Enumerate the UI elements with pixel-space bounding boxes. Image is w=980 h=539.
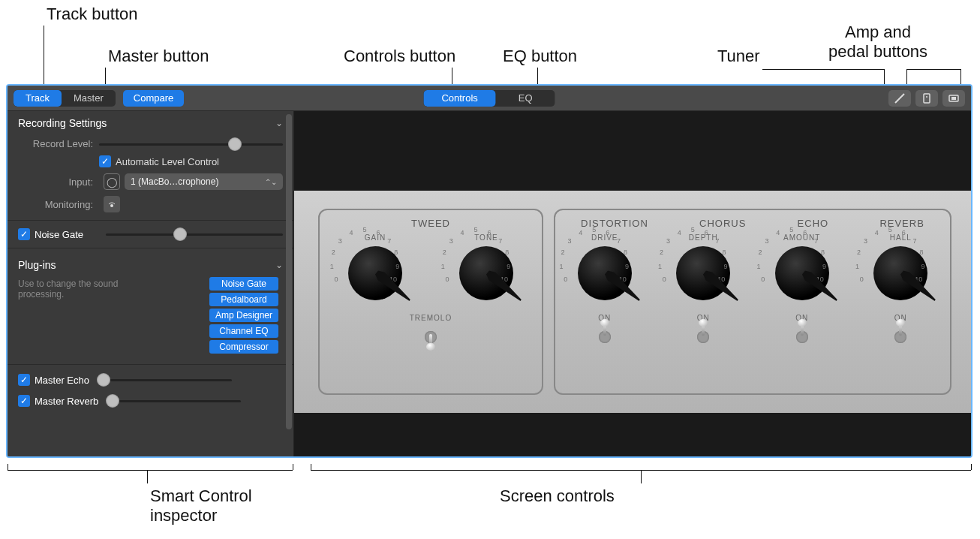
plugins-description: Use to change the sound processing.: [8, 277, 150, 301]
svg-marker-7: [603, 268, 642, 304]
hall-knob[interactable]: 012345678910: [873, 246, 927, 300]
master-echo-label: Master Echo: [35, 375, 89, 386]
callout-master: Master button: [108, 47, 209, 66]
pedal-button[interactable]: [942, 90, 965, 107]
callout-tuner: Tuner: [717, 47, 760, 66]
pedal-icon: [948, 92, 960, 104]
callout-eq: EQ button: [503, 47, 577, 66]
distortion-title: DISTORTION: [581, 218, 648, 229]
record-level-slider[interactable]: [99, 139, 283, 149]
controls-button[interactable]: Controls: [423, 90, 495, 107]
smart-control-inspector: Recording Settings ⌄ Record Level: Autom…: [8, 111, 294, 456]
master-reverb-label: Master Reverb: [35, 396, 98, 407]
svg-rect-0: [924, 94, 930, 103]
drive-knob[interactable]: 012345678910: [578, 246, 632, 300]
input-label: Input:: [18, 176, 99, 188]
tremolo-label: TREMOLO: [410, 314, 452, 322]
master-echo-slider[interactable]: [97, 375, 232, 385]
svg-marker-9: [800, 268, 840, 304]
svg-point-4: [110, 204, 113, 207]
callout-controls: Controls button: [344, 47, 455, 66]
chorus-title: CHORUS: [699, 218, 746, 229]
callout-screen: Screen controls: [500, 486, 615, 506]
smart-controls-window: Track Master Compare Controls EQ: [6, 84, 972, 458]
echo-title: ECHO: [798, 218, 829, 229]
tweed-section: TWEED GAIN 012345678910 TONE 01234567891…: [318, 209, 543, 395]
svg-marker-10: [899, 268, 939, 304]
track-button[interactable]: Track: [14, 90, 62, 107]
toolbar: Track Master Compare Controls EQ: [8, 86, 971, 111]
echo-switch[interactable]: [794, 325, 810, 348]
plugin-amp-designer[interactable]: Amp Designer: [209, 309, 278, 322]
master-reverb-slider[interactable]: [106, 396, 241, 406]
input-select[interactable]: 1 (MacBo…crophone) ⌃⌄: [125, 173, 283, 190]
recording-settings-label: Recording Settings: [18, 117, 107, 129]
plugins-header[interactable]: Plug-ins ⌄: [8, 253, 293, 277]
plugin-pedalboard[interactable]: Pedalboard: [209, 293, 278, 306]
plugins-label: Plug-ins: [18, 259, 56, 271]
master-reverb-checkbox[interactable]: [18, 395, 30, 407]
svg-marker-8: [702, 268, 741, 304]
chevron-down-icon: ⌄: [275, 118, 283, 128]
record-level-label: Record Level:: [18, 138, 99, 149]
input-select-value: 1 (MacBo…crophone): [131, 176, 218, 187]
master-echo-checkbox[interactable]: [18, 374, 30, 386]
amp-icon: [921, 92, 933, 104]
tweed-title: TWEED: [411, 218, 450, 229]
master-button[interactable]: Master: [62, 90, 116, 107]
plugin-compressor[interactable]: Compressor: [209, 340, 278, 354]
plugin-noise-gate[interactable]: Noise Gate: [209, 277, 278, 291]
screen-controls-area: TWEED GAIN 012345678910 TONE 01234567891…: [294, 111, 971, 456]
noise-gate-slider[interactable]: [106, 229, 283, 239]
tremolo-switch[interactable]: [422, 325, 439, 348]
controls-eq-segment: Controls EQ: [423, 90, 555, 107]
fx-section: DISTORTION CHORUS ECHO REVERB DRIVE01234…: [554, 209, 951, 395]
svg-marker-6: [484, 268, 524, 304]
plugin-list: Noise Gate Pedalboard Amp Designer Chann…: [209, 277, 278, 354]
compare-button[interactable]: Compare: [123, 90, 184, 107]
monitoring-toggle[interactable]: [104, 196, 120, 212]
tone-knob[interactable]: 012345678910: [459, 246, 513, 300]
svg-point-1: [926, 96, 927, 98]
callout-amp: Amp and pedal buttons: [828, 23, 927, 62]
auto-level-checkbox[interactable]: [99, 155, 111, 167]
noise-gate-label: Noise Gate: [35, 229, 83, 240]
gain-knob[interactable]: 012345678910: [348, 246, 402, 300]
input-channel-icon[interactable]: ◯: [104, 173, 120, 190]
svg-rect-3: [951, 97, 956, 100]
reverb-switch[interactable]: [892, 325, 909, 348]
plugin-channel-eq[interactable]: Channel EQ: [209, 324, 278, 338]
svg-marker-5: [373, 268, 413, 304]
callout-inspector: Smart Control inspector: [150, 486, 252, 525]
track-master-segment: Track Master: [14, 90, 116, 107]
distortion-switch[interactable]: [597, 325, 613, 348]
updown-icon: ⌃⌄: [265, 178, 277, 186]
tuner-icon: [894, 92, 906, 104]
monitoring-icon: [107, 199, 117, 209]
chorus-switch[interactable]: [695, 325, 711, 348]
reverb-title: REVERB: [879, 218, 924, 229]
monitoring-label: Monitoring:: [18, 199, 99, 210]
auto-level-label: Automatic Level Control: [116, 156, 219, 167]
chevron-down-icon: ⌄: [275, 260, 283, 270]
tuner-button[interactable]: [888, 90, 911, 107]
amount-knob[interactable]: 012345678910: [775, 246, 829, 300]
depth-knob[interactable]: 012345678910: [676, 246, 730, 300]
inspector-scrollbar[interactable]: [286, 114, 292, 429]
eq-button[interactable]: EQ: [496, 90, 555, 107]
amp-button[interactable]: [915, 90, 938, 107]
noise-gate-checkbox[interactable]: [18, 228, 30, 240]
callout-track: Track button: [47, 5, 137, 24]
recording-settings-header[interactable]: Recording Settings ⌄: [8, 111, 293, 135]
